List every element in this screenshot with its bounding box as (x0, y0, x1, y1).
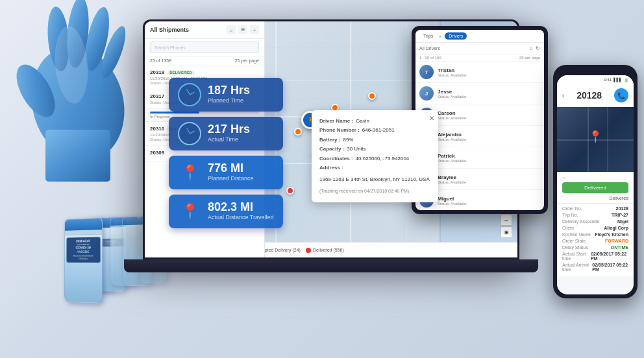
metric-value-actual-distance: 802.3 MI (208, 201, 274, 214)
tablet-subheader: All Drivers ⌕ ↻ (415, 43, 544, 54)
metric-clock-icon-2 (178, 122, 201, 145)
shipment-id-20309: 20309 (150, 150, 164, 156)
shipment-id-20318: 20318 (150, 69, 164, 75)
driver-item-jesse[interactable]: J Jesse Status: Available (415, 83, 544, 104)
driver-info-tristan: Tristan Status: Available (438, 67, 540, 77)
driver-info-patrick: Patrick Status: Available (438, 153, 540, 163)
metric-value-planned-distance: 776 MI (208, 162, 274, 175)
sidebar-actions: ⌕ ☰ + (227, 25, 259, 34)
phone-detail-trip-no: Trip No. TRIP-27 (562, 213, 628, 217)
metric-card-actual-time: 217 Hrs Actual Time (169, 117, 283, 150)
popup-tracking-row: (Tracking received on 04/27/2018 02:40 P… (319, 187, 430, 196)
phone-chevron-icon: ⌄ (562, 174, 566, 180)
driver-name-braylee: Braylee (438, 174, 540, 180)
driver-name-patrick: Patrick (438, 153, 540, 159)
tablet-header: Trips ▸ Drivers (415, 30, 544, 43)
driver-info-carson: Carson Status: Available (438, 110, 540, 120)
search-bar-container: Search Phones (145, 39, 264, 56)
driver-info-braylee: Braylee Status: Available (438, 174, 540, 184)
phone-call-btn[interactable]: 📞 (614, 88, 628, 102)
pagination-count: 25 of 1358 (150, 58, 171, 63)
phone-status-row: ⌄ (562, 174, 628, 180)
driver-item-tristan[interactable]: T Tristan Status: Available (415, 62, 544, 83)
metric-value-planned-time: 187 Hrs (208, 84, 274, 97)
phone-header: ‹ 20128 📞 (557, 84, 634, 107)
tablet-subheader-actions: ⌕ ↻ (530, 45, 540, 51)
tab-trips[interactable]: Trips (419, 32, 437, 40)
driver-name-alejandro: Alejandro (438, 132, 540, 137)
metric-location-icon-1: 📍 (178, 161, 201, 184)
phone-map-pin: 📍 (588, 130, 602, 144)
metric-card-planned-time: 187 Hrs Planned Time (169, 78, 283, 112)
map-marker-1 (294, 128, 302, 136)
driver-status-alejandro: Status: Available (438, 137, 540, 141)
popup-address-row: Address : 1369-1263 E 34th St, Brooklyn,… (319, 163, 430, 185)
laptop-base (124, 259, 538, 272)
driver-name-miguel: Miguel (438, 196, 540, 202)
metric-label-planned-distance: Planned Distance (208, 175, 274, 183)
map-fullscreen-btn[interactable]: ⊞ (501, 226, 512, 238)
metric-card-actual-distance: 📍 802.3 MI Actual Distance Travelled (169, 195, 283, 228)
svg-rect-6 (45, 130, 110, 182)
phone-detail-order-no: Order No. 20128 (562, 206, 628, 211)
phone-detail-actual-arrival: Actual Arrival time 02/05/2017 05:22 PM (562, 263, 628, 272)
driver-status-miguel: Status: Available (438, 202, 540, 206)
tablet-per-page: 25 per page (519, 56, 540, 60)
driver-info-alejandro: Alejandro Status: Available (438, 132, 540, 141)
phone-signal-icon: ▌▌▌ (613, 78, 622, 82)
sidebar-filter-icon[interactable]: ☰ (238, 25, 247, 34)
driver-name-tristan: Tristan (438, 67, 540, 73)
sidebar-search-icon[interactable]: ⌕ (227, 25, 236, 34)
driver-status-carson: Status: Available (438, 116, 540, 120)
tablet-refresh-icon[interactable]: ↻ (536, 45, 540, 51)
metric-location-icon-2: 📍 (178, 200, 201, 223)
phone-time: 9:41 (604, 78, 612, 82)
phone-battery-icon: 🔋 (624, 78, 628, 82)
driver-status-patrick: Status: Available (438, 159, 540, 163)
shipment-status-20318: DELIVERED (167, 70, 194, 75)
pagination-row: 25 of 1358 25 per page (145, 56, 264, 66)
popup-phone-row: Phone Number : 646-361-2051 (319, 126, 430, 135)
driver-status-tristan: Status: Available (438, 73, 540, 77)
tablet-pagination-count: 1 - 25 of 100 (419, 56, 441, 60)
driver-avatar-tristan: T (419, 65, 434, 79)
phone-detail-delivery-associate: Delivery Associate Nigel (562, 219, 628, 224)
phone-detail-delay-status: Delay Status ONTIME (562, 245, 628, 250)
delivered-status-badge: Delivered (562, 182, 628, 193)
popup-close-btn[interactable]: ✕ (429, 113, 434, 125)
phone-screen: 9:41 ▌▌▌ 🔋 ‹ 20128 📞 📍 (557, 75, 634, 294)
phone-delivered-label-right: Delivered (562, 196, 628, 200)
phone-details-section: Order No. 20128 Trip No. TRIP-27 Deliver… (557, 204, 634, 276)
tablet-all-drivers-label: All Drivers (419, 46, 440, 51)
sidebar-add-icon[interactable]: + (250, 25, 259, 34)
phone-map-area: 📍 (557, 107, 634, 172)
zoom-out-btn[interactable]: − (501, 214, 512, 226)
legend-delivered: Delivered (556) (306, 248, 344, 253)
popup-driver-name-row: Driver Name : Gavin (319, 117, 430, 126)
search-input[interactable]: Search Phones (150, 42, 259, 53)
metric-label-actual-time: Actual Time (208, 136, 274, 144)
sidebar-header: All Shipments ⌕ ☰ + (145, 21, 264, 39)
metric-label-actual-distance: Actual Distance Travelled (208, 214, 274, 222)
map-marker-5 (286, 187, 294, 195)
phone-status-bar: 9:41 ▌▌▌ 🔋 (557, 75, 634, 84)
popup-battery-row: Battery : 89% (319, 136, 430, 145)
metric-label-planned-time: Planned Time (208, 97, 274, 105)
driver-status-braylee: Status: Available (438, 180, 540, 184)
tablet-search-icon[interactable]: ⌕ (530, 45, 533, 51)
metric-clock-icon-1 (178, 83, 201, 106)
phone-back-btn[interactable]: ‹ (562, 92, 564, 99)
tab-drivers[interactable]: Drivers (445, 32, 467, 40)
popup-capacity-row: Capacity : 30 Units (319, 145, 430, 154)
tablet-pagination-row: 1 - 25 of 100 25 per page (415, 54, 544, 62)
driver-avatar-jesse: J (419, 86, 434, 101)
popup-coordinates-row: Coordinates : 40.625060, -73.942004 (319, 154, 430, 163)
phone-frame: 9:41 ▌▌▌ 🔋 ‹ 20128 📞 📍 (553, 65, 638, 298)
metric-card-planned-distance: 📍 776 MI Planned Distance (169, 156, 283, 189)
driver-info-miguel: Miguel Status: Available (438, 196, 540, 206)
driver-status-jesse: Status: Available (438, 95, 540, 99)
driver-name-carson: Carson (438, 110, 540, 116)
vaccine-bottle-main: 2019-nCoV coronavirus COVID-19 VACCINE S… (64, 218, 103, 304)
phone-delivery-status-section: ⌄ Delivered Delivered (557, 172, 634, 204)
phone-detail-kitchen-name: Kitchen Name Floyd's Kitchen (562, 232, 628, 237)
